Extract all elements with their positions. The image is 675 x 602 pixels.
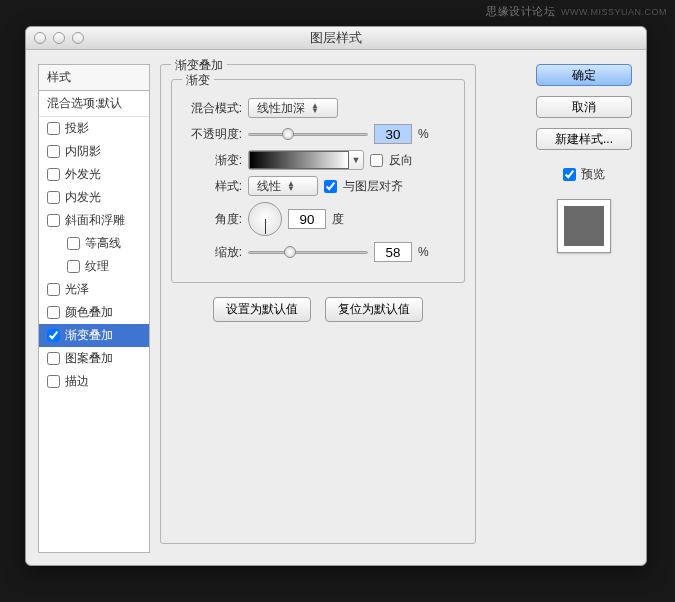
angle-input[interactable] (288, 209, 326, 229)
close-icon[interactable] (34, 32, 46, 44)
percent-label: % (418, 127, 429, 141)
style-checkbox[interactable] (47, 214, 60, 227)
scale-label: 缩放: (182, 244, 242, 261)
style-checkbox[interactable] (47, 122, 60, 135)
sidebar-item-label: 纹理 (85, 258, 109, 275)
style-checkbox[interactable] (47, 191, 60, 204)
style-value: 线性 (257, 178, 281, 195)
sidebar-item-label: 等高线 (85, 235, 121, 252)
titlebar: 图层样式 (26, 27, 646, 50)
reverse-checkbox[interactable] (370, 154, 383, 167)
preview-label: 预览 (581, 166, 605, 183)
sidebar-item-label: 投影 (65, 120, 89, 137)
chevron-updown-icon: ▲▼ (287, 181, 295, 191)
layer-style-window: 图层样式 样式 混合选项:默认 投影内阴影外发光内发光斜面和浮雕等高线纹理光泽颜… (25, 26, 647, 566)
chevron-updown-icon: ▲▼ (311, 103, 319, 113)
minimize-icon[interactable] (53, 32, 65, 44)
opacity-label: 不透明度: (182, 126, 242, 143)
scale-input[interactable] (374, 242, 412, 262)
percent-label: % (418, 245, 429, 259)
window-title: 图层样式 (310, 30, 362, 45)
scale-slider[interactable] (248, 244, 368, 260)
style-select[interactable]: 线性 ▲▼ (248, 176, 318, 196)
gradient-picker[interactable]: ▼ (248, 150, 364, 170)
blend-mode-select[interactable]: 线性加深 ▲▼ (248, 98, 338, 118)
gradient-inner-fieldset: 渐变 混合模式: 线性加深 ▲▼ 不透明度: (171, 79, 465, 283)
opacity-input[interactable] (374, 124, 412, 144)
sidebar-item[interactable]: 颜色叠加 (39, 301, 149, 324)
preview-checkbox[interactable] (563, 168, 576, 181)
gradient-swatch (249, 151, 349, 169)
gradient-overlay-fieldset: 渐变叠加 渐变 混合模式: 线性加深 ▲▼ 不透明度: (160, 64, 476, 544)
blend-mode-value: 线性加深 (257, 100, 305, 117)
ok-button[interactable]: 确定 (536, 64, 632, 86)
style-checkbox[interactable] (67, 260, 80, 273)
reverse-label: 反向 (389, 152, 413, 169)
opacity-slider[interactable] (248, 126, 368, 142)
reset-default-button[interactable]: 复位为默认值 (325, 297, 423, 322)
right-buttons: 确定 取消 新建样式... 预览 (534, 64, 634, 553)
sidebar-item[interactable]: 描边 (39, 370, 149, 393)
sidebar-item-label: 内发光 (65, 189, 101, 206)
window-controls (34, 32, 84, 44)
align-label: 与图层对齐 (343, 178, 403, 195)
styles-sidebar: 样式 混合选项:默认 投影内阴影外发光内发光斜面和浮雕等高线纹理光泽颜色叠加渐变… (38, 64, 150, 553)
sidebar-item-label: 渐变叠加 (65, 327, 113, 344)
sidebar-item-label: 光泽 (65, 281, 89, 298)
sidebar-item-label: 斜面和浮雕 (65, 212, 125, 229)
sidebar-blend-options[interactable]: 混合选项:默认 (39, 91, 149, 117)
angle-dial[interactable] (248, 202, 282, 236)
align-checkbox[interactable] (324, 180, 337, 193)
zoom-icon[interactable] (72, 32, 84, 44)
sidebar-item[interactable]: 内发光 (39, 186, 149, 209)
sidebar-item[interactable]: 斜面和浮雕 (39, 209, 149, 232)
sidebar-header[interactable]: 样式 (39, 65, 149, 91)
style-checkbox[interactable] (47, 283, 60, 296)
chevron-down-icon: ▼ (349, 155, 363, 165)
angle-label: 角度: (182, 211, 242, 228)
sidebar-item-label: 颜色叠加 (65, 304, 113, 321)
gradient-label: 渐变: (182, 152, 242, 169)
style-checkbox[interactable] (47, 375, 60, 388)
sidebar-item-label: 内阴影 (65, 143, 101, 160)
preview-swatch (557, 199, 611, 253)
cancel-button[interactable]: 取消 (536, 96, 632, 118)
sidebar-item[interactable]: 外发光 (39, 163, 149, 186)
sidebar-item[interactable]: 内阴影 (39, 140, 149, 163)
style-checkbox[interactable] (47, 329, 60, 342)
sidebar-item[interactable]: 光泽 (39, 278, 149, 301)
watermark: 思缘设计论坛WWW.MISSYUAN.COM (486, 4, 667, 19)
make-default-button[interactable]: 设置为默认值 (213, 297, 311, 322)
style-checkbox[interactable] (67, 237, 80, 250)
inner-legend: 渐变 (182, 72, 214, 89)
sidebar-item[interactable]: 图案叠加 (39, 347, 149, 370)
sidebar-item-label: 图案叠加 (65, 350, 113, 367)
main-panel: 渐变叠加 渐变 混合模式: 线性加深 ▲▼ 不透明度: (160, 64, 524, 553)
sidebar-item[interactable]: 渐变叠加 (39, 324, 149, 347)
style-label: 样式: (182, 178, 242, 195)
dialog-body: 样式 混合选项:默认 投影内阴影外发光内发光斜面和浮雕等高线纹理光泽颜色叠加渐变… (26, 50, 646, 565)
sidebar-item-label: 描边 (65, 373, 89, 390)
style-checkbox[interactable] (47, 145, 60, 158)
sidebar-item[interactable]: 等高线 (39, 232, 149, 255)
style-checkbox[interactable] (47, 306, 60, 319)
preview-swatch-inner (564, 206, 604, 246)
sidebar-item[interactable]: 纹理 (39, 255, 149, 278)
angle-unit: 度 (332, 211, 344, 228)
blend-mode-label: 混合模式: (182, 100, 242, 117)
sidebar-item[interactable]: 投影 (39, 117, 149, 140)
sidebar-item-label: 外发光 (65, 166, 101, 183)
style-checkbox[interactable] (47, 168, 60, 181)
new-style-button[interactable]: 新建样式... (536, 128, 632, 150)
style-checkbox[interactable] (47, 352, 60, 365)
